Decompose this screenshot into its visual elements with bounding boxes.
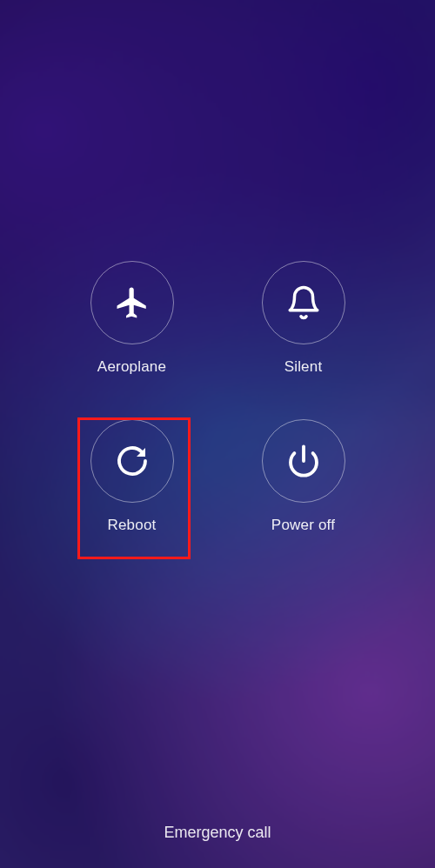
aeroplane-label: Aeroplane [97, 358, 166, 376]
silent-label: Silent [284, 358, 323, 376]
bell-icon [285, 284, 322, 321]
silent-icon-circle [262, 261, 345, 344]
reboot-icon [115, 444, 150, 478]
power-off-button[interactable]: Power off [251, 419, 356, 534]
silent-mode-button[interactable]: Silent [251, 261, 356, 376]
reboot-label: Reboot [107, 517, 156, 534]
power-icon [286, 444, 321, 478]
power-menu-grid: Aeroplane Silent Reboot [0, 261, 435, 534]
aeroplane-icon-circle [90, 261, 174, 344]
airplane-icon [114, 284, 151, 321]
aeroplane-mode-button[interactable]: Aeroplane [80, 261, 184, 376]
reboot-icon-circle [90, 419, 174, 503]
power-off-icon-circle [262, 419, 345, 503]
reboot-button[interactable]: Reboot [80, 419, 184, 534]
power-off-label: Power off [271, 517, 335, 534]
emergency-call-button[interactable]: Emergency call [0, 824, 435, 842]
